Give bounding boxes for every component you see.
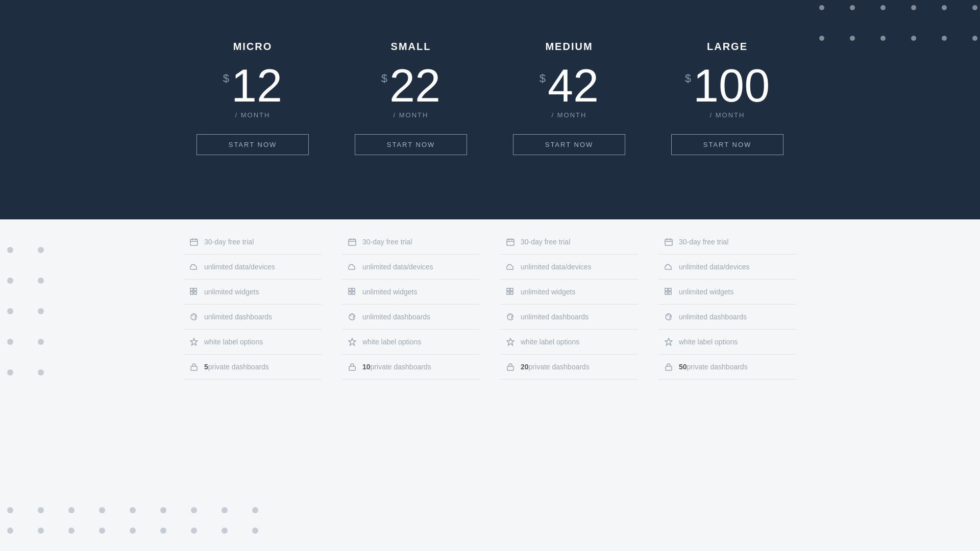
svg-rect-96 [669, 292, 671, 294]
cloud-icon-medium [505, 262, 516, 272]
svg-point-23 [38, 247, 44, 253]
svg-rect-62 [191, 366, 197, 370]
plan-micro-period: / MONTH [184, 111, 322, 119]
plan-medium-price-wrapper: $ 42 [500, 63, 638, 109]
grid-icon [189, 287, 199, 297]
plan-small-price: 22 [389, 63, 440, 109]
svg-point-41 [7, 528, 13, 534]
feature-medium-widgets-text: unlimited widgets [521, 288, 575, 296]
plan-large-start-button[interactable]: START NOW [671, 134, 783, 155]
plan-large-name: LARGE [658, 41, 796, 53]
feature-medium-widgets: unlimited widgets [500, 280, 638, 305]
svg-point-45 [130, 528, 136, 534]
plan-large-period: / MONTH [658, 111, 796, 119]
feature-micro-widgets-text: unlimited widgets [204, 288, 259, 296]
feature-medium-data-text: unlimited data/devices [521, 263, 592, 271]
feature-medium-data: unlimited data/devices [500, 255, 638, 280]
svg-point-36 [130, 507, 136, 513]
svg-point-25 [38, 278, 44, 284]
plan-micro: MICRO $ 12 / MONTH START NOW [184, 41, 322, 155]
plan-medium-dollar: $ [540, 72, 546, 85]
svg-rect-81 [510, 288, 513, 291]
grid-icon-small [347, 287, 357, 297]
feature-micro-white-label-text: white label options [204, 338, 263, 346]
feature-medium-dashboards: unlimited dashboards [500, 305, 638, 330]
plan-micro-price: 12 [231, 63, 282, 109]
svg-point-71 [350, 315, 351, 316]
palette-icon [189, 312, 199, 322]
plan-large-dollar: $ [685, 72, 691, 85]
svg-point-46 [160, 528, 166, 534]
svg-point-9 [850, 5, 855, 10]
plan-micro-start-button[interactable]: START NOW [197, 134, 309, 155]
plan-small: SMALL $ 22 / MONTH START NOW [342, 41, 480, 155]
feature-micro-widgets: unlimited widgets [184, 280, 322, 305]
svg-rect-75 [349, 366, 355, 370]
svg-rect-80 [507, 288, 509, 291]
svg-point-30 [7, 369, 13, 375]
feature-small-widgets: unlimited widgets [342, 280, 480, 305]
plan-large: LARGE $ 100 / MONTH START NOW [658, 41, 796, 155]
feature-large-data: unlimited data/devices [658, 255, 796, 280]
plan-small-dollar: $ [381, 72, 387, 85]
svg-rect-93 [665, 288, 668, 291]
cloud-icon-large [664, 262, 674, 272]
svg-point-97 [667, 315, 668, 316]
feature-micro-dashboards: unlimited dashboards [184, 305, 322, 330]
feature-small-dashboards: unlimited dashboards [342, 305, 480, 330]
svg-point-12 [850, 36, 855, 41]
plan-small-start-button[interactable]: START NOW [355, 134, 467, 155]
svg-point-42 [38, 528, 44, 534]
svg-point-37 [160, 507, 166, 513]
svg-rect-56 [190, 292, 193, 294]
feature-medium-private-number: 20 [521, 363, 529, 371]
palette-icon-medium [505, 312, 516, 322]
svg-point-24 [7, 278, 13, 284]
star-icon-small [347, 337, 357, 347]
feature-large-trial-text: 30-day free trial [679, 238, 728, 246]
svg-marker-74 [349, 338, 356, 345]
feature-micro-trial-text: 30-day free trial [204, 238, 254, 246]
svg-point-98 [668, 314, 669, 315]
calendar-icon-medium [505, 237, 516, 247]
plan-large-features: 30-day free trial unlimited data/devices… [658, 230, 796, 551]
svg-point-44 [99, 528, 105, 534]
plans-header-container: MICRO $ 12 / MONTH START NOW SMALL $ 22 … [184, 41, 796, 155]
svg-point-72 [352, 314, 353, 315]
feature-large-trial: 30-day free trial [658, 230, 796, 255]
feature-small-white-label: white label options [342, 330, 480, 355]
grid-icon-medium [505, 287, 516, 297]
plan-medium-start-button[interactable]: START NOW [513, 134, 625, 155]
feature-micro-private: 5 private dashboards [184, 355, 322, 380]
svg-point-32 [7, 507, 13, 513]
svg-point-27 [38, 308, 44, 314]
feature-large-widgets: unlimited widgets [658, 280, 796, 305]
svg-marker-87 [507, 338, 514, 345]
plan-medium-period: / MONTH [500, 111, 638, 119]
svg-point-26 [7, 308, 13, 314]
feature-micro-dashboards-text: unlimited dashboards [204, 313, 272, 321]
plan-micro-name: MICRO [184, 41, 322, 53]
top-section: MICRO $ 12 / MONTH START NOW SMALL $ 22 … [0, 0, 980, 219]
plan-small-price-wrapper: $ 22 [342, 63, 480, 109]
feature-small-trial-text: 30-day free trial [362, 238, 412, 246]
svg-rect-63 [349, 239, 356, 245]
svg-point-33 [38, 507, 44, 513]
svg-point-2 [972, 5, 977, 10]
svg-rect-95 [665, 292, 668, 294]
svg-point-85 [510, 314, 511, 315]
feature-large-white-label-text: white label options [679, 338, 738, 346]
feature-large-dashboards-text: unlimited dashboards [679, 313, 747, 321]
plan-medium: MEDIUM $ 42 / MONTH START NOW [500, 41, 638, 155]
palette-icon-large [664, 312, 674, 322]
feature-medium-private: 20 private dashboards [500, 355, 638, 380]
feature-micro-data-text: unlimited data/devices [204, 263, 275, 271]
svg-marker-61 [190, 338, 198, 345]
lock-icon-large [664, 362, 674, 372]
feature-large-data-text: unlimited data/devices [679, 263, 750, 271]
svg-point-84 [508, 315, 509, 316]
feature-large-widgets-text: unlimited widgets [679, 288, 733, 296]
svg-point-86 [511, 315, 512, 316]
plan-micro-price-wrapper: $ 12 [184, 63, 322, 109]
feature-medium-trial: 30-day free trial [500, 230, 638, 255]
